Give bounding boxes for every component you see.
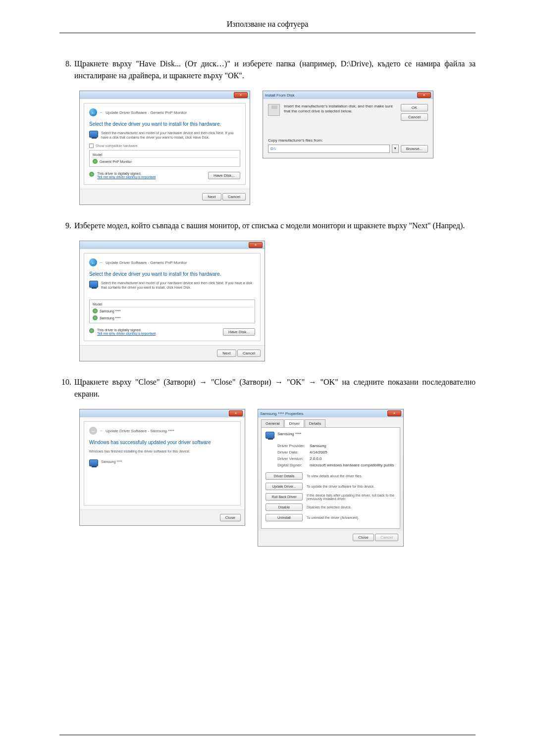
- close-button[interactable]: Close: [220, 514, 241, 521]
- next-button[interactable]: Next: [202, 193, 221, 201]
- dialog-titlebar: Install From Disk ×: [263, 91, 433, 99]
- close-icon[interactable]: ×: [387, 410, 401, 416]
- cancel-button[interactable]: Cancel: [237, 350, 261, 357]
- dialog-body-text: Select the manufacturer and model of you…: [101, 131, 240, 140]
- close-button[interactable]: Close: [353, 534, 374, 541]
- list-item-label: Samsung ****: [100, 309, 120, 313]
- properties-dialog: Samsung **** Properties × General Driver…: [258, 409, 404, 547]
- dropdown-arrow-icon[interactable]: ▼: [392, 145, 399, 153]
- monitor-icon: [89, 459, 98, 466]
- dialog-body-text: Windows has finished installing the driv…: [89, 449, 235, 454]
- dialog-title: Samsung **** Properties: [260, 411, 303, 416]
- update-driver-desc: To update the driver software for this d…: [307, 485, 396, 488]
- list-item[interactable]: Samsung ****: [91, 314, 253, 321]
- ok-button[interactable]: OK: [401, 104, 428, 111]
- why-signing-link[interactable]: Tell me why driver signing is important: [97, 175, 156, 179]
- rollback-driver-desc: If the device fails after updating the d…: [307, 494, 396, 501]
- cancel-button[interactable]: Cancel: [222, 193, 246, 201]
- shield-icon: [93, 159, 98, 164]
- step-8: 8. Щракнете върху "Have Disk... (От диск…: [59, 58, 476, 82]
- close-icon[interactable]: ×: [249, 242, 263, 248]
- checkbox-icon[interactable]: [89, 144, 94, 148]
- date-label: Driver Date:: [277, 450, 310, 454]
- update-driver-button[interactable]: Update Driver...: [266, 483, 303, 490]
- step-8-screenshots: × ← – Update Driver Software - Generic P…: [79, 91, 476, 205]
- dialog-heading: Select the device driver you want to ins…: [89, 121, 240, 127]
- have-disk-button[interactable]: Have Disk...: [223, 328, 255, 336]
- page-header: Използване на софтуера: [59, 20, 476, 33]
- close-icon[interactable]: ×: [417, 92, 431, 98]
- signed-text: This driver is digitally signed.: [97, 172, 156, 175]
- signed-text: This driver is digitally signed.: [97, 328, 156, 332]
- driver-details-button[interactable]: Driver Details: [266, 472, 303, 480]
- back-arrow-icon: ←: [89, 427, 97, 435]
- back-arrow-icon[interactable]: ←: [89, 108, 97, 116]
- next-button[interactable]: Next: [217, 350, 236, 357]
- dialog-footer: Close Cancel: [258, 531, 403, 546]
- breadcrumb-text: Update Driver Software - Samsung ****: [106, 429, 174, 433]
- breadcrumb-text: Update Driver Software - Generic PnP Mon…: [106, 110, 187, 115]
- cancel-button: Cancel: [375, 534, 398, 541]
- monitor-icon: [89, 281, 98, 288]
- disable-button[interactable]: Disable: [266, 504, 303, 511]
- step-10: 10. Щракнете върху "Close" (Затвори) → "…: [59, 376, 476, 400]
- close-icon[interactable]: ×: [234, 92, 248, 98]
- copy-label: Copy manufacturer's files from:: [268, 138, 428, 143]
- dialog-titlebar: Samsung **** Properties ×: [258, 409, 403, 417]
- step-text: Щракнете върху "Have Disk... (От диск…)"…: [74, 58, 476, 82]
- step-number: 10.: [59, 376, 74, 400]
- dialog-footer: Next Cancel: [80, 189, 250, 204]
- path-input[interactable]: D:\: [268, 145, 390, 153]
- monitor-icon: [266, 432, 274, 439]
- breadcrumb: ← – Update Driver Software - Generic PnP…: [89, 258, 255, 266]
- dash-icon: –: [100, 260, 103, 265]
- tab-details[interactable]: Details: [305, 419, 325, 427]
- list-item-label: Generic PnP Monitor: [100, 160, 132, 163]
- rollback-driver-button[interactable]: Roll Back Driver: [266, 493, 303, 501]
- provider-value: Samsung: [310, 444, 326, 448]
- dialog-titlebar: ×: [80, 241, 265, 249]
- tab-row: General Driver Details: [258, 417, 403, 427]
- show-compatible-checkbox[interactable]: Show compatible hardware: [89, 144, 240, 148]
- tab-general[interactable]: General: [261, 419, 284, 427]
- shield-icon: [89, 328, 94, 333]
- list-item[interactable]: Generic PnP Monitor: [91, 158, 238, 165]
- close-icon[interactable]: ×: [229, 410, 243, 416]
- step-number: 8.: [59, 58, 74, 82]
- breadcrumb-text: Update Driver Software - Generic PnP Mon…: [106, 260, 187, 265]
- dialog-footer: Next Cancel: [80, 345, 265, 361]
- shield-icon: [89, 172, 94, 177]
- uninstall-desc: To uninstall the driver (Advanced).: [307, 516, 396, 519]
- dialog-heading: Select the device driver you want to ins…: [89, 271, 255, 277]
- list-item-label: Samsung ****: [100, 316, 120, 320]
- step-9-screenshots: × ← – Update Driver Software - Generic P…: [79, 241, 476, 361]
- why-signing-link[interactable]: Tell me why driver signing is important: [97, 332, 156, 335]
- dialog-footer: Close: [80, 509, 245, 525]
- breadcrumb: ← – Update Driver Software - Generic PnP…: [89, 108, 240, 116]
- list-item[interactable]: Samsung ****: [91, 307, 253, 314]
- uninstall-button[interactable]: Uninstall: [266, 514, 303, 521]
- browse-button[interactable]: Browse...: [401, 145, 428, 152]
- provider-label: Driver Provider:: [277, 444, 310, 448]
- back-arrow-icon[interactable]: ←: [89, 258, 97, 266]
- step-number: 9.: [59, 220, 74, 232]
- cancel-button[interactable]: Cancel: [401, 113, 428, 121]
- dialog-titlebar: ×: [80, 91, 250, 99]
- breadcrumb: ← – Update Driver Software - Samsung ***…: [89, 427, 235, 435]
- page-title: Използване на софтуера: [227, 20, 309, 28]
- step-10-screenshots: × ← – Update Driver Software - Samsung *…: [79, 409, 476, 547]
- model-list[interactable]: Model Samsung **** Samsung ****: [89, 300, 255, 323]
- footer-rule: [59, 735, 476, 735]
- device-name: Samsung ****: [101, 459, 122, 466]
- driver-details-desc: To view details about the driver files.: [307, 474, 396, 478]
- disable-desc: Disables the selected device.: [307, 505, 396, 509]
- have-disk-button[interactable]: Have Disk...: [208, 172, 240, 179]
- install-from-disk-dialog: Install From Disk × Insert the manufactu…: [263, 91, 433, 158]
- date-value: 4/14/2005: [310, 450, 327, 454]
- monitor-icon: [89, 131, 98, 138]
- model-list[interactable]: Model Generic PnP Monitor: [89, 150, 240, 167]
- dialog-body-text: Select the manufacturer and model of you…: [101, 281, 255, 290]
- tab-driver[interactable]: Driver: [284, 419, 304, 427]
- driver-updated-dialog: × ← – Update Driver Software - Samsung *…: [79, 409, 245, 526]
- device-name: Samsung ****: [277, 432, 301, 439]
